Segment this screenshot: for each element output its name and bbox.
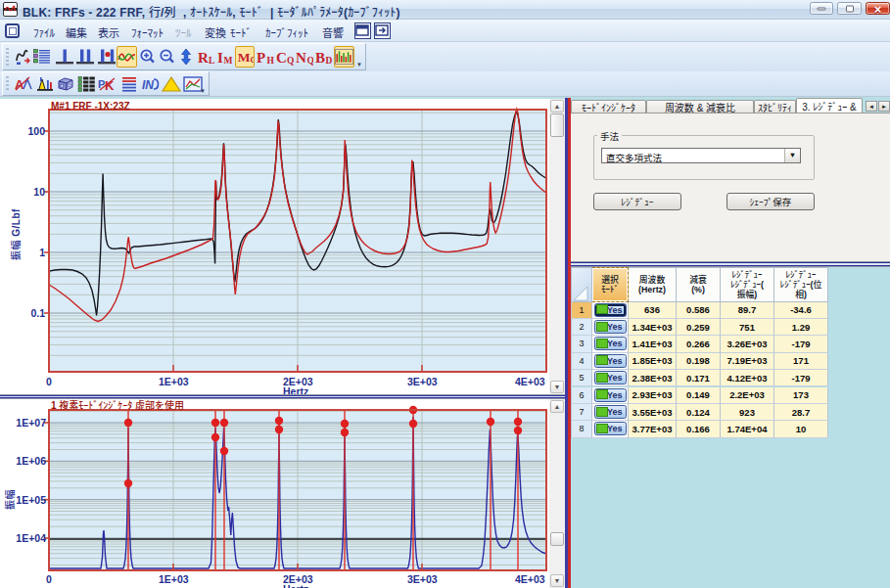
svg-text:Q: Q <box>287 56 294 66</box>
svg-text:R: R <box>198 50 209 66</box>
svg-text:D: D <box>326 56 333 66</box>
svg-text:N: N <box>296 50 306 66</box>
svg-text:B: B <box>315 50 325 66</box>
svg-text:IN: IN <box>142 78 154 92</box>
svg-text:C: C <box>276 50 287 66</box>
svg-text:G: G <box>250 55 254 65</box>
svg-text:M: M <box>238 50 251 65</box>
svg-text:P: P <box>257 50 265 66</box>
svg-text:L: L <box>209 56 214 66</box>
svg-text:H: H <box>267 56 275 66</box>
svg-text:I: I <box>217 50 223 66</box>
svg-text:M: M <box>224 56 233 66</box>
